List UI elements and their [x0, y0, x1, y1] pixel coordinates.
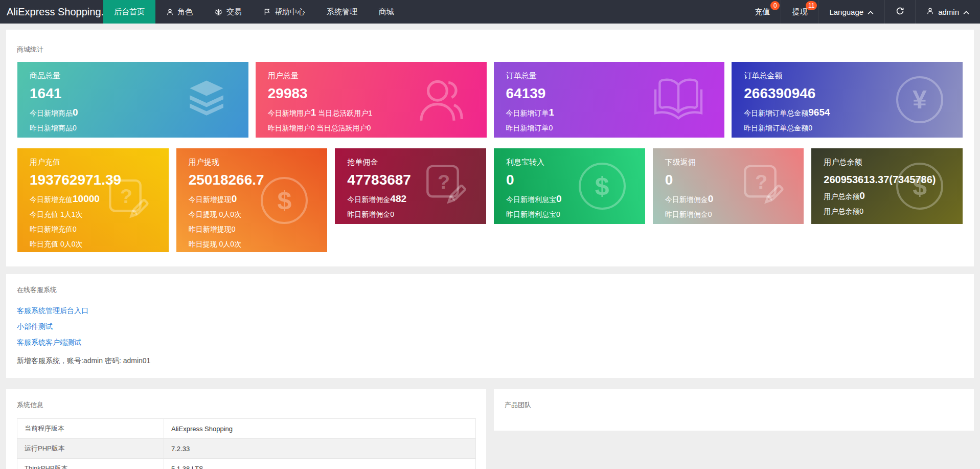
stats-row-1: 商品总量1641今日新增商品0昨日新增商品0用户总量29983今日新增用户1 当…: [17, 62, 963, 138]
mall-statistics-panel: 商城统计 商品总量1641今日新增商品0昨日新增商品0用户总量29983今日新增…: [6, 30, 974, 266]
withdraw-badge: 11: [806, 1, 817, 10]
panel-title: 系统信息: [17, 400, 476, 410]
widget-test-link[interactable]: 小部件测试: [17, 322, 53, 331]
table-cell-label: 运行PHP版本: [17, 439, 164, 459]
book-icon: [652, 74, 705, 125]
table-cell-value: 7.2.33: [164, 439, 476, 459]
scales-icon: [214, 8, 223, 16]
nav-item-5[interactable]: 系统管理: [316, 0, 368, 24]
language-dropdown[interactable]: Language: [818, 0, 884, 24]
stat-card-grab-commission: 抢单佣金47783687今日新增佣金482昨日新增佣金0?: [335, 148, 486, 224]
stat-card-line: 昨日提现 0人0次: [189, 239, 328, 249]
stat-card-interest-transfer: 利息宝转入0今日新增利息宝0昨日新增利息宝0$: [494, 148, 645, 224]
doc-question-icon: ?: [101, 175, 149, 226]
table-row: 运行PHP版本7.2.33: [17, 439, 476, 459]
nav-item-1[interactable]: 后台首页: [103, 0, 155, 24]
stat-card-line: 昨日新增充值0: [30, 225, 169, 234]
stats-row-2: 用户充值193762971.39今日新增充值10000今日充值 1人1次昨日新增…: [17, 148, 963, 252]
stat-card-title: 用户充值: [30, 158, 169, 167]
table-row: 当前程序版本AliExpress Shopping: [17, 419, 476, 439]
stat-card-user-balance: 用户总余额260953613.37(7345786)用户总余额0用户总余额0$: [811, 148, 963, 224]
nav-item-3[interactable]: 交易: [203, 0, 253, 24]
svg-text:?: ?: [755, 170, 767, 193]
language-label: Language: [829, 8, 863, 16]
users-icon: [414, 72, 467, 127]
nav-item-label: 商城: [379, 7, 394, 17]
recharge-label: 充值: [755, 7, 770, 17]
service-client-test-link[interactable]: 客服系统客户端测试: [17, 338, 81, 347]
nav-item-label: 角色: [177, 7, 193, 17]
main-menu: 后台首页角色交易帮助中心系统管理商城: [103, 0, 405, 24]
stat-card-goods-total: 商品总量1641今日新增商品0昨日新增商品0: [17, 62, 248, 138]
stat-card-sub-rebate: 下级返佣0今日新增佣金0昨日新增佣金0?: [653, 148, 804, 224]
yen-circle-icon: ¥: [896, 76, 943, 123]
nav-item-label: 帮助中心: [275, 7, 305, 17]
nav-item-label: 交易: [226, 7, 242, 17]
stat-card-line: 昨日新增提现0: [189, 225, 328, 234]
svg-text:?: ?: [438, 170, 450, 193]
panel-title: 在线客服系统: [17, 285, 974, 295]
product-team-panel: 产品团队: [494, 389, 974, 431]
stat-card-user-withdraw: 用户提现25018266.7今日新增提现0今日提现 0人0次昨日新增提现0昨日提…: [176, 148, 328, 252]
user-icon: [926, 7, 934, 16]
user-menu[interactable]: admin: [915, 0, 980, 24]
table-cell-value: AliExpress Shopping: [164, 419, 476, 439]
dollar-circle-icon: $: [896, 163, 943, 210]
recharge-badge: 0: [770, 1, 780, 10]
refresh-button[interactable]: [884, 0, 915, 24]
chevron-up-icon: [868, 8, 874, 16]
bottom-row: 系统信息 当前程序版本AliExpress Shopping运行PHP版本7.2…: [6, 389, 974, 469]
nav-item-label: 后台首页: [114, 7, 145, 17]
stat-card-users-total: 用户总量29983今日新增用户1 当日总活跃用户1昨日新增用户0 当日总活跃用户…: [256, 62, 487, 138]
withdraw-button[interactable]: 提现 11: [781, 0, 818, 24]
doc-question-icon: ?: [736, 161, 784, 211]
table-cell-value: 5.1.38 LTS: [164, 459, 476, 469]
table-row: ThinkPHP版本5.1.38 LTS: [17, 459, 476, 469]
app-title: AliExpress Shopping...: [0, 0, 103, 24]
stat-card-line: 昨日充值 0人0次: [30, 239, 169, 249]
stat-card-line: 昨日新增商品0: [30, 123, 248, 133]
flag-icon: [263, 8, 271, 16]
nav-item-4[interactable]: 帮助中心: [253, 0, 316, 24]
svg-text:?: ?: [120, 185, 132, 207]
nav-item-6[interactable]: 商城: [368, 0, 405, 24]
user-name: admin: [938, 8, 959, 16]
dollar-circle-icon: $: [579, 163, 626, 210]
top-navbar: AliExpress Shopping... 后台首页角色交易帮助中心系统管理商…: [0, 0, 980, 24]
chevron-up-icon: [963, 8, 969, 16]
system-info-panel: 系统信息 当前程序版本AliExpress Shopping运行PHP版本7.2…: [6, 389, 486, 469]
refresh-icon: [896, 7, 904, 17]
service-admin-entry-link[interactable]: 客服系统管理后台入口: [17, 306, 88, 316]
service-note: 新增客服系统，账号:admin 密码: admin01: [17, 356, 974, 366]
service-links: 客服系统管理后台入口 小部件测试 客服系统客户端测试: [17, 306, 974, 347]
panel-title: 商城统计: [6, 45, 974, 54]
stat-card-order-amount-total: 订单总金额266390946今日新增订单总金额9654昨日新增订单总金额0¥: [732, 62, 963, 138]
stat-card-title: 用户提现: [189, 158, 328, 167]
table-cell-label: ThinkPHP版本: [17, 459, 164, 469]
recharge-button[interactable]: 充值 0: [744, 0, 781, 24]
stat-card-orders-total: 订单总量64139今日新增订单1昨日新增订单0: [494, 62, 725, 138]
nav-item-label: 系统管理: [327, 7, 357, 17]
table-cell-label: 当前程序版本: [17, 419, 164, 439]
panel-title: 产品团队: [505, 400, 974, 410]
navbar-right: 充值 0 提现 11 Language admin: [744, 0, 980, 24]
customer-service-panel: 在线客服系统 客服系统管理后台入口 小部件测试 客服系统客户端测试 新增客服系统…: [6, 274, 974, 378]
layers-icon: [184, 78, 229, 122]
stat-card-user-recharge: 用户充值193762971.39今日新增充值10000今日充值 1人1次昨日新增…: [17, 148, 169, 252]
system-info-table: 当前程序版本AliExpress Shopping运行PHP版本7.2.33Th…: [17, 418, 476, 469]
stat-card-line: 昨日新增订单总金额0: [744, 123, 963, 133]
nav-item-2[interactable]: 角色: [155, 0, 203, 24]
stat-card-line: 昨日新增利息宝0: [506, 210, 645, 219]
withdraw-label: 提现: [792, 7, 807, 17]
doc-question-icon: ?: [419, 161, 467, 211]
person-icon: [166, 8, 174, 16]
dollar-circle-icon: $: [261, 177, 308, 224]
